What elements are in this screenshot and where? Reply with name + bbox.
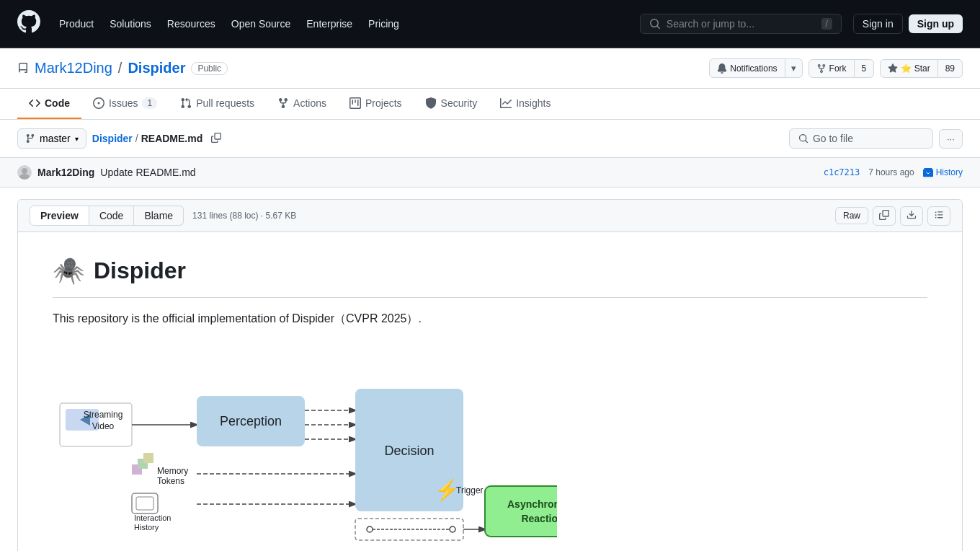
readme-emoji: 🕷️ [53,255,85,286]
nav-open-source[interactable]: Open Source [224,14,298,34]
tab-issues-label: Issues [109,97,138,109]
notifications-group: Notifications ▾ [709,58,802,78]
file-info: 131 lines (88 loc) · 5.67 KB [192,211,296,221]
svg-text:⚡: ⚡ [435,478,460,502]
commit-left: Mark12Ding Update README.md [17,165,196,180]
visibility-badge: Public [191,62,228,75]
copy-icon [211,133,221,143]
repo-owner-link[interactable]: Mark12Ding [35,60,112,76]
tab-pull-requests[interactable]: Pull requests [169,89,266,119]
repo-header: Mark12Ding / Dispider Public Notificatio… [0,48,980,89]
avatar [17,165,32,180]
commit-author[interactable]: Mark12Ding [37,167,94,178]
bell-icon [717,63,727,74]
file-bar-right: Go to file ··· [789,128,963,149]
repo-icon [17,63,29,74]
notifications-button[interactable]: Notifications [709,58,785,78]
svg-point-30 [450,526,455,532]
svg-point-1 [19,174,30,180]
search-small-icon [798,133,808,144]
svg-text:Asynchronous: Asynchronous [507,498,557,510]
search-icon [649,18,661,30]
svg-text:Trigger: Trigger [456,485,484,495]
star-button[interactable]: ⭐ Star [880,59,937,78]
notifications-label: Notifications [730,63,777,74]
nav-items: Product Solutions Resources Open Source … [52,14,628,34]
blame-tab-button[interactable]: Blame [134,206,184,226]
tab-insights[interactable]: Insights [489,89,562,119]
nav-pricing[interactable]: Pricing [361,14,406,34]
nav-resources[interactable]: Resources [160,14,223,34]
nav-enterprise[interactable]: Enterprise [299,14,360,34]
fork-icon [816,63,827,74]
svg-rect-14 [136,497,153,510]
fork-button[interactable]: Fork [808,59,855,78]
star-count[interactable]: 89 [938,59,963,78]
readme-content: 🕷️ Dispider This repository is the offic… [18,232,962,551]
tab-security-label: Security [441,97,478,109]
nav-solutions[interactable]: Solutions [102,14,159,34]
tab-actions[interactable]: Actions [266,89,338,119]
tab-security[interactable]: Security [414,89,489,119]
branch-name: master [40,133,71,144]
raw-button[interactable]: Raw [835,207,868,224]
go-to-file-button[interactable]: Go to file [789,128,933,149]
search-bar[interactable]: Search or jump to... / [640,14,842,34]
more-options-button[interactable]: ··· [939,129,963,149]
fork-label: Fork [829,63,847,74]
svg-text:Tokens: Tokens [157,476,184,486]
copy-path-button[interactable] [208,130,224,148]
sign-in-button[interactable]: Sign in [853,14,903,34]
download-button[interactable] [900,206,923,226]
tab-code-label: Code [45,97,70,109]
security-icon [425,97,437,109]
code-tab-button[interactable]: Code [89,206,134,226]
actions-icon [277,97,289,109]
file-bar: master ▾ Dispider / README.md Go to file… [0,120,980,158]
branch-selector[interactable]: master ▾ [17,128,86,149]
tab-projects[interactable]: Projects [338,89,414,119]
notifications-dropdown[interactable]: ▾ [785,58,803,78]
download-icon [906,210,917,220]
preview-tab-button[interactable]: Preview [30,206,89,226]
tab-actions-label: Actions [293,97,326,109]
file-bar-left: master ▾ Dispider / README.md [17,128,224,149]
file-breadcrumb: Dispider / README.md [92,133,202,144]
copy-raw-button[interactable] [873,206,896,226]
commit-sha-link[interactable]: c1c7213 [824,167,860,177]
breadcrumb-file: README.md [141,133,203,144]
copy-content-icon [879,210,889,220]
list-view-button[interactable] [927,206,950,226]
readme-title: Dispider [94,257,186,284]
github-logo[interactable] [17,10,40,38]
repo-name-link[interactable]: Dispider [128,60,185,76]
issues-icon [93,97,104,109]
history-link[interactable]: History [923,167,963,177]
repo-tabs: Code Issues 1 Pull requests Actions Proj… [0,89,980,120]
file-toolbar-right: Raw [835,206,950,226]
fork-count[interactable]: 5 [855,59,875,78]
file-toolbar-left: Preview Code Blame 131 lines (88 loc) · … [30,206,296,226]
commit-row: Mark12Ding Update README.md c1c7213 7 ho… [0,158,980,188]
svg-text:Decision: Decision [384,444,434,458]
commit-time: 7 hours ago [868,167,914,177]
breadcrumb-repo-link[interactable]: Dispider [92,133,133,144]
svg-rect-33 [485,486,557,537]
readme-title-row: 🕷️ Dispider [53,255,927,286]
auth-buttons: Sign in Sign up [853,14,963,34]
file-toolbar: Preview Code Blame 131 lines (88 loc) · … [18,200,962,232]
sign-up-button[interactable]: Sign up [909,14,963,33]
tab-insights-label: Insights [516,97,551,109]
commit-message: Update README.md [100,167,195,178]
svg-point-29 [367,526,373,532]
tab-issues[interactable]: Issues 1 [81,89,169,119]
top-nav: Product Solutions Resources Open Source … [0,0,980,48]
svg-rect-13 [132,493,158,513]
history-label: History [936,167,963,177]
repo-separator: / [118,60,122,76]
svg-text:History: History [134,523,159,532]
svg-text:Streaming: Streaming [84,410,123,420]
repo-actions: Notifications ▾ Fork 5 ⭐ Star 89 [709,58,963,78]
tab-code[interactable]: Code [17,89,81,119]
nav-product[interactable]: Product [52,14,101,34]
